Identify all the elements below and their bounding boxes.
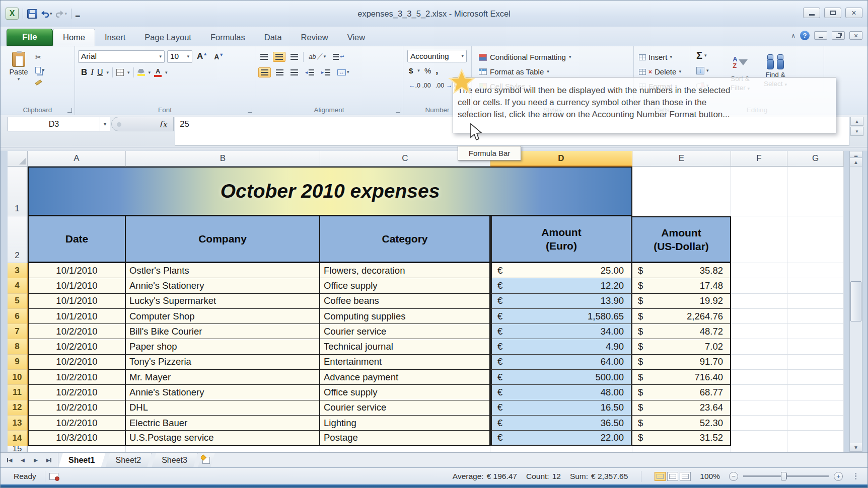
cell-date[interactable]: 10/1/2010 — [28, 309, 126, 324]
tab-page-layout[interactable]: Page Layout — [135, 29, 201, 46]
wrap-text-button[interactable]: ↩ — [331, 52, 346, 61]
close-button[interactable]: × — [845, 8, 862, 18]
cell-amount-euro[interactable]: € 36.50 — [490, 416, 632, 431]
previous-sheet-icon[interactable]: ◀ — [17, 455, 29, 466]
cell-empty[interactable] — [787, 278, 844, 293]
merge-center-button[interactable]: ↔▾ — [335, 68, 351, 77]
cell-amount-euro[interactable]: € 1,580.65 — [490, 309, 632, 324]
underline-button[interactable]: U — [97, 68, 103, 77]
conditional-formatting-button[interactable]: Conditional Formatting ▾ — [475, 50, 630, 64]
chevron-down-icon[interactable]: ▾ — [159, 54, 162, 59]
cell-empty[interactable] — [490, 446, 632, 452]
orientation-button[interactable]: ab⟋▾ — [307, 51, 328, 63]
page-break-view-button[interactable] — [680, 472, 691, 481]
cell-date[interactable]: 10/2/2010 — [28, 416, 126, 431]
cell-amount-euro[interactable]: € 48.00 — [490, 385, 632, 400]
cell-empty[interactable] — [787, 309, 844, 324]
paste-button[interactable]: Paste ▾ — [4, 49, 34, 105]
cell-empty[interactable] — [731, 416, 787, 431]
cell-company[interactable]: U.S.Postage service — [126, 431, 320, 446]
align-right-button[interactable] — [288, 68, 300, 77]
cell-category[interactable]: Computing supplies — [320, 309, 490, 324]
row-header[interactable]: 4 — [8, 278, 28, 293]
cell-empty[interactable] — [787, 446, 844, 452]
zoom-in-button[interactable]: + — [834, 472, 843, 481]
cell-date[interactable]: 10/2/2010 — [28, 324, 126, 339]
cell-empty[interactable] — [731, 263, 787, 278]
font-color-button[interactable]: A — [154, 68, 162, 77]
cell-category[interactable]: Office supply — [320, 278, 490, 293]
formula-scroll-down-icon[interactable]: ▼ — [850, 127, 863, 136]
zoom-track[interactable] — [743, 475, 829, 477]
cell-amount-usd[interactable]: $ 19.92 — [632, 294, 731, 309]
row-header[interactable]: 3 — [8, 263, 28, 278]
macro-record-icon[interactable] — [49, 473, 58, 480]
sheet-title-cell[interactable]: October 2010 expenses — [28, 167, 632, 216]
insert-function-button[interactable]: fx — [111, 117, 174, 131]
scroll-up-icon[interactable]: ▲ — [850, 158, 862, 167]
format-painter-button[interactable] — [34, 77, 55, 88]
chevron-down-icon[interactable]: ▾ — [461, 54, 464, 58]
tab-home[interactable]: Home — [53, 29, 95, 46]
chevron-down-icon[interactable]: ▾ — [417, 68, 420, 73]
cell-amount-usd[interactable]: $ 52.30 — [632, 416, 731, 431]
cell-amount-euro[interactable]: € 25.00 — [490, 263, 632, 278]
column-header-b[interactable]: B — [126, 151, 320, 167]
fill-color-button[interactable] — [137, 69, 145, 76]
cell-date[interactable]: 10/2/2010 — [28, 385, 126, 400]
cell-empty[interactable] — [787, 370, 844, 385]
increase-indent-button[interactable]: ▸ — [319, 68, 332, 77]
row-header[interactable]: 10 — [8, 370, 28, 385]
cell-company[interactable]: Electric Bauer — [126, 416, 320, 431]
chevron-down-icon[interactable]: ▾ — [165, 70, 168, 75]
header-company[interactable]: Company — [126, 216, 320, 263]
cell-date[interactable]: 10/3/2010 — [28, 431, 126, 446]
insert-cells-button[interactable]: Insert▾ — [637, 50, 687, 64]
sheet-tab-sheet2[interactable]: Sheet2 — [105, 453, 152, 467]
tab-file[interactable]: File — [7, 29, 53, 46]
cell-company[interactable]: DHL — [126, 400, 320, 416]
column-header-a[interactable]: A — [28, 151, 126, 167]
cell-amount-usd[interactable]: $ 35.82 — [632, 263, 731, 278]
zoom-thumb[interactable] — [781, 472, 786, 480]
font-size-combo[interactable]: 10 ▾ — [167, 50, 192, 63]
cell-amount-euro[interactable]: € 16.50 — [490, 400, 632, 416]
cell-empty[interactable] — [787, 263, 844, 278]
cell-amount-usd[interactable]: $ 716.40 — [632, 370, 731, 385]
cell-empty[interactable] — [731, 167, 787, 216]
cell-empty[interactable] — [320, 446, 490, 452]
bold-button[interactable]: B — [81, 67, 87, 77]
column-header-f[interactable]: F — [731, 151, 787, 167]
font-name-combo[interactable]: Arial ▾ — [78, 50, 165, 63]
cell-empty[interactable] — [787, 416, 844, 431]
row-header[interactable]: 8 — [8, 339, 28, 354]
zoom-level[interactable]: 100% — [700, 472, 720, 481]
cell-empty[interactable] — [787, 431, 844, 446]
last-sheet-icon[interactable]: ▶ — [43, 455, 55, 466]
cell-empty[interactable] — [731, 385, 787, 400]
cell-empty[interactable] — [731, 339, 787, 354]
italic-button[interactable]: I — [91, 67, 94, 77]
autosum-button[interactable]: Σ▾ — [693, 49, 722, 61]
cell-amount-usd[interactable]: $ 48.72 — [632, 324, 731, 339]
cell-empty[interactable] — [787, 294, 844, 309]
cell-date[interactable]: 10/2/2010 — [28, 400, 126, 416]
header-date[interactable]: Date — [28, 216, 126, 263]
percent-style-button[interactable]: % — [424, 66, 431, 75]
cell-company[interactable]: Ostler's Plants — [126, 263, 320, 278]
align-center-button[interactable] — [274, 68, 285, 77]
cell-category[interactable]: Courier service — [320, 400, 490, 416]
cell-amount-usd[interactable]: $ 31.52 — [632, 431, 731, 446]
cell-empty[interactable] — [787, 400, 844, 416]
cell-amount-euro[interactable]: € 4.90 — [490, 339, 632, 354]
normal-view-button[interactable] — [655, 472, 666, 481]
cell-empty[interactable] — [787, 324, 844, 339]
header-category[interactable]: Category — [320, 216, 490, 263]
select-all-button[interactable] — [8, 151, 28, 167]
comma-style-button[interactable]: , — [436, 65, 438, 76]
cell-category[interactable]: Coffee beans — [320, 294, 490, 309]
shrink-font-button[interactable]: A▼ — [212, 52, 226, 61]
number-format-combo[interactable]: Accounting ▾ — [407, 50, 467, 62]
accounting-format-button[interactable]: $ — [409, 66, 413, 75]
cell-empty[interactable] — [787, 385, 844, 400]
